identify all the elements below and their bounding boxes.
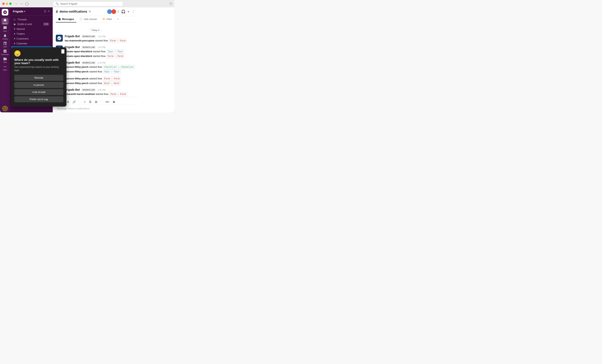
- prefer-not-button[interactable]: Prefer not to say: [14, 96, 63, 102]
- indent-button[interactable]: ⊟: [94, 100, 98, 104]
- channel-title: # demo-notifications ✎: [56, 10, 91, 14]
- tab-files[interactable]: 📁 Files: [100, 16, 114, 22]
- drafts-icon: ▶: [14, 23, 16, 26]
- message-text: tan-mammoth-porcupine started flow Form …: [65, 39, 135, 43]
- link-button[interactable]: 🔗: [72, 100, 76, 104]
- channel-tabs: Messages 📄 Add canvas 📁 Files +: [53, 16, 138, 23]
- in-person-button[interactable]: In person: [14, 82, 63, 88]
- more-options-icon[interactable]: ⋮: [131, 10, 135, 14]
- sidebar-header-icons: ☰ ✎: [44, 10, 50, 13]
- section-customers[interactable]: ▾ Customers: [11, 36, 52, 41]
- message-content: Frigade Bot WORKFLOW 2:35 PM amaranth-ha…: [65, 88, 135, 96]
- search-placeholder: Search Frigade: [60, 2, 77, 5]
- message-group-continued: 2:15 maroon-filthy-perch started flow Fo…: [56, 76, 135, 86]
- starred-chevron-icon: ▾: [14, 28, 15, 30]
- maximize-button[interactable]: [9, 2, 12, 5]
- message-text: maroon-filthy-perch started flow Checkli…: [65, 65, 135, 69]
- sidebar-item-canvases[interactable]: Canvases: [1, 49, 9, 56]
- message-content: Frigade Bot WORKFLOW 1:41 PM tan-mammoth…: [65, 35, 135, 43]
- strikethrough-button[interactable]: S: [67, 100, 70, 104]
- files-label: Files: [3, 61, 7, 63]
- compose-icon[interactable]: ✎: [48, 10, 50, 13]
- section-channels[interactable]: ▾ Channels: [11, 41, 52, 46]
- message-text: tomato-open-blackbird started flow Tour …: [65, 49, 135, 54]
- message-content: Frigade Bot WORKFLOW 1:53 PM tomato-open…: [65, 45, 135, 58]
- forward-button[interactable]: →: [20, 2, 23, 5]
- section-trialers[interactable]: ▾ Trialers: [11, 32, 52, 36]
- drafts-badge: ✏ 3: [43, 23, 49, 26]
- channel-edit-icon[interactable]: ✎: [89, 10, 91, 13]
- sidebar-item-activity[interactable]: Activity: [1, 33, 9, 40]
- threads-icon: ▷: [14, 18, 16, 21]
- headphones-icon[interactable]: 🎧: [121, 10, 125, 14]
- add-tab-button[interactable]: +: [115, 16, 121, 22]
- message-text: amaranth-harsh-landfowl started flow For…: [65, 92, 135, 96]
- filter-icon[interactable]: ☰: [44, 10, 46, 13]
- dms-label: DMs: [3, 30, 7, 32]
- sidebar-item-dms[interactable]: DMs: [1, 26, 9, 32]
- message-group: Frigade Bot WORKFLOW 2:15 PM maroon-filt…: [56, 61, 135, 74]
- section-starred[interactable]: ▾ Starred: [11, 27, 52, 31]
- message-input[interactable]: Message #demo-notifications: [55, 106, 135, 112]
- code-block-button[interactable]: ⊞: [112, 100, 116, 104]
- history-button[interactable]: ◯: [25, 2, 29, 6]
- sidebar-item-files[interactable]: Files: [1, 57, 9, 64]
- help-button[interactable]: ⓘ: [170, 2, 172, 5]
- formatting-toolbar: B I S 🔗 | ≡ ☰ ⊟ | </> ⊞: [55, 99, 135, 105]
- ordered-list-button[interactable]: ☰: [88, 100, 92, 104]
- workspace-title[interactable]: Frigade ▾: [13, 10, 25, 13]
- sidebar-item-more[interactable]: More: [1, 64, 9, 71]
- activity-label: Activity: [2, 38, 8, 40]
- code-button[interactable]: </>: [105, 100, 110, 104]
- later-label: Later: [3, 46, 7, 48]
- remote-button[interactable]: Remote: [14, 75, 63, 81]
- message-group: Frigade Bot WORKFLOW 1:41 PM tan-mammoth…: [56, 35, 135, 43]
- input-footer: + Aa 🙂 @ 📹 🎤 / ➤ ▾: [55, 112, 135, 112]
- search-icon: 🔍: [56, 2, 59, 5]
- app-logo[interactable]: [2, 9, 8, 15]
- message-header: Frigade Bot WORKFLOW 2:15 PM: [65, 61, 135, 64]
- minimize-button[interactable]: [6, 2, 8, 5]
- message-header: Frigade Bot WORKFLOW 1:53 PM: [65, 45, 135, 49]
- today-button[interactable]: Today ▾: [89, 28, 101, 32]
- chevron-down-icon[interactable]: ▾: [128, 10, 129, 13]
- sidebar-item-later[interactable]: Later: [1, 41, 9, 48]
- header-right: 2 🎧 ▾ ⋮: [107, 9, 135, 14]
- bit-of-both-button[interactable]: A bit of both: [14, 89, 63, 95]
- sidebar-header: Frigade ▾ ☰ ✎: [10, 7, 53, 15]
- divider-2: |: [101, 100, 102, 104]
- message-text-continued: maroon-filthy-perch started flow Hint – …: [65, 81, 135, 86]
- sidebar-item-threads[interactable]: ▷ Threads: [11, 17, 52, 22]
- member-count: 2: [118, 10, 119, 13]
- message-text: maroon-filthy-perch started flow Form – …: [65, 76, 135, 81]
- window-controls: [2, 2, 12, 5]
- date-divider: Today ▾: [56, 28, 135, 32]
- channel-hash-icon: #: [56, 10, 58, 14]
- work-style-popup: ✕ 💡 Where do you usually work with your …: [11, 47, 66, 107]
- sidebar-item-home[interactable]: Home: [1, 18, 9, 25]
- workspace-chevron-icon: ▾: [24, 10, 25, 13]
- popup-title: Where do you usually work with your team…: [14, 58, 63, 65]
- channel-header: # demo-notifications ✎ 2 🎧 ▾ ⋮: [53, 7, 138, 16]
- member-avatar-2: [111, 9, 116, 14]
- message-text-continued: tomato-open-blackbird started flow Form …: [65, 54, 135, 58]
- popup-bulb-icon: 💡: [14, 50, 21, 57]
- icon-bar: Home DMs Activity Later Canvases Files: [0, 7, 10, 112]
- sidebar-item-drafts[interactable]: ▶ Drafts & sent ✏ 3: [11, 22, 52, 26]
- tab-add-canvas[interactable]: 📄 Add canvas: [77, 16, 99, 22]
- svg-point-2: [58, 18, 61, 20]
- back-button[interactable]: ←: [15, 2, 18, 5]
- member-avatar-1: [107, 9, 112, 14]
- message-header: Frigade Bot WORKFLOW 1:41 PM: [65, 35, 135, 38]
- bullet-list-button[interactable]: ≡: [83, 100, 86, 104]
- more-label: More: [3, 69, 7, 71]
- member-avatars[interactable]: 2: [107, 9, 119, 14]
- popup-subtitle: Get customized tips based on your workin…: [14, 65, 63, 72]
- user-avatar[interactable]: [2, 106, 8, 111]
- trialers-chevron-icon: ▾: [14, 32, 15, 35]
- popup-close-button[interactable]: ✕: [61, 49, 64, 54]
- close-button[interactable]: [2, 2, 5, 5]
- tab-messages[interactable]: Messages: [56, 16, 76, 22]
- divider-1: |: [79, 100, 80, 104]
- search-bar[interactable]: 🔍 Search Frigade: [53, 1, 123, 6]
